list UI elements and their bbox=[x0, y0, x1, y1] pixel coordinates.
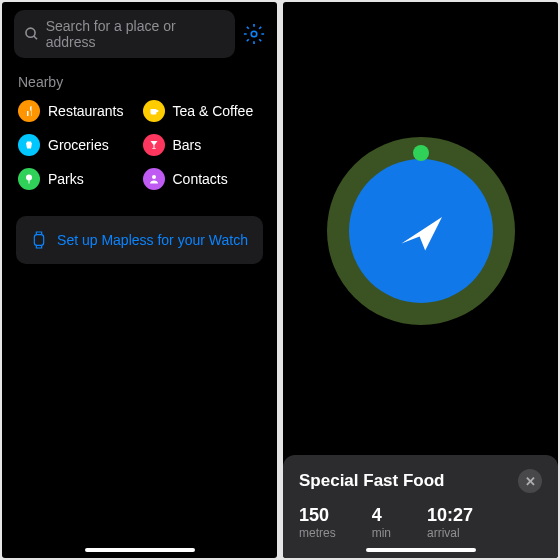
stat-value: 4 bbox=[372, 505, 391, 526]
bars-icon bbox=[143, 134, 165, 156]
nearby-parks[interactable]: Parks bbox=[18, 168, 137, 190]
search-input[interactable]: Search for a place or address bbox=[14, 10, 235, 58]
panel-header: Special Fast Food ✕ bbox=[299, 469, 542, 493]
svg-point-3 bbox=[26, 175, 32, 181]
phone-right: Special Fast Food ✕ 150 metres 4 min 10:… bbox=[283, 2, 558, 558]
search-bar: Search for a place or address bbox=[2, 2, 277, 66]
nearby-title: Nearby bbox=[18, 74, 261, 90]
svg-rect-4 bbox=[29, 180, 30, 184]
compass-disc bbox=[349, 159, 493, 303]
gear-icon[interactable] bbox=[243, 23, 265, 45]
watch-banner-text: Set up Mapless for your Watch bbox=[57, 232, 248, 248]
stat-value: 150 bbox=[299, 505, 336, 526]
stat-distance: 150 metres bbox=[299, 505, 336, 540]
contacts-icon bbox=[143, 168, 165, 190]
nearby-restaurants[interactable]: Restaurants bbox=[18, 100, 137, 122]
stat-arrival: 10:27 arrival bbox=[427, 505, 473, 540]
restaurants-icon bbox=[18, 100, 40, 122]
nearby-bars[interactable]: Bars bbox=[143, 134, 262, 156]
close-icon: ✕ bbox=[525, 474, 536, 489]
nearby-label: Groceries bbox=[48, 137, 109, 153]
nearby-label: Tea & Coffee bbox=[173, 103, 254, 119]
nearby-section: Nearby Restaurants Tea & Coffee Grocerie… bbox=[2, 66, 277, 198]
nearby-groceries[interactable]: Groceries bbox=[18, 134, 137, 156]
svg-point-0 bbox=[26, 28, 35, 37]
compass-ring bbox=[327, 137, 515, 325]
stats-row: 150 metres 4 min 10:27 arrival bbox=[299, 505, 542, 540]
svg-line-1 bbox=[34, 36, 37, 39]
nearby-label: Contacts bbox=[173, 171, 228, 187]
nearby-label: Parks bbox=[48, 171, 84, 187]
direction-arrow-icon bbox=[386, 196, 456, 266]
tea-coffee-icon bbox=[143, 100, 165, 122]
stat-value: 10:27 bbox=[427, 505, 473, 526]
watch-setup-banner[interactable]: Set up Mapless for your Watch bbox=[16, 216, 263, 264]
nearby-label: Restaurants bbox=[48, 103, 123, 119]
home-indicator[interactable] bbox=[85, 548, 195, 552]
destination-title: Special Fast Food bbox=[299, 471, 444, 491]
svg-rect-6 bbox=[34, 235, 43, 246]
watch-icon bbox=[31, 230, 47, 250]
search-placeholder: Search for a place or address bbox=[46, 18, 225, 50]
stat-label: metres bbox=[299, 526, 336, 540]
close-button[interactable]: ✕ bbox=[518, 469, 542, 493]
search-icon bbox=[24, 26, 40, 42]
svg-point-2 bbox=[251, 31, 257, 37]
stat-label: min bbox=[372, 526, 391, 540]
groceries-icon bbox=[18, 134, 40, 156]
nearby-contacts[interactable]: Contacts bbox=[143, 168, 262, 190]
north-indicator-icon bbox=[413, 145, 429, 161]
svg-point-5 bbox=[152, 175, 156, 179]
home-indicator[interactable] bbox=[366, 548, 476, 552]
parks-icon bbox=[18, 168, 40, 190]
stat-label: arrival bbox=[427, 526, 473, 540]
destination-panel: Special Fast Food ✕ 150 metres 4 min 10:… bbox=[283, 455, 558, 558]
phone-left: Search for a place or address Nearby Res… bbox=[2, 2, 277, 558]
nearby-label: Bars bbox=[173, 137, 202, 153]
nearby-tea-coffee[interactable]: Tea & Coffee bbox=[143, 100, 262, 122]
stat-duration: 4 min bbox=[372, 505, 391, 540]
nearby-grid: Restaurants Tea & Coffee Groceries Bars … bbox=[18, 100, 261, 190]
